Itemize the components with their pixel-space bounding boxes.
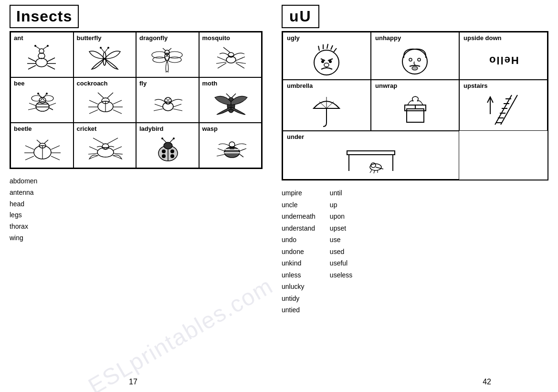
svg-line-128 xyxy=(326,102,334,108)
svg-point-110 xyxy=(314,50,339,75)
svg-line-3 xyxy=(28,58,36,62)
insect-dragonfly-img xyxy=(139,42,196,75)
uu-ugly-img xyxy=(287,42,367,77)
uu-word-useless: useless xyxy=(330,269,352,281)
dragonfly-icon xyxy=(147,44,188,73)
insect-cockroach-img xyxy=(77,88,133,120)
insects-panel: Insects ant xyxy=(10,5,263,387)
svg-line-98 xyxy=(170,139,173,142)
uu-word-underneath: underneath xyxy=(282,211,316,222)
svg-line-109 xyxy=(239,148,246,151)
vocab-item-thorax: thorax xyxy=(10,221,263,233)
svg-point-122 xyxy=(409,58,412,61)
insect-fly: fly xyxy=(136,77,199,123)
ladybird-icon xyxy=(147,135,188,164)
uu-word-undo: undo xyxy=(282,234,316,246)
uu-under-label: under xyxy=(287,133,455,140)
uu-unwrap-label: unwrap xyxy=(375,82,455,89)
insect-bee: bee xyxy=(11,77,74,123)
svg-point-16 xyxy=(100,47,102,49)
uu-upside-down: upside down Hello xyxy=(459,32,547,80)
insect-cockroach: cockroach xyxy=(74,77,137,123)
insect-beetle-label: beetle xyxy=(14,125,70,132)
insect-bee-img xyxy=(14,88,70,120)
svg-line-111 xyxy=(318,46,319,51)
svg-point-61 xyxy=(165,97,171,104)
uu-word-untidy: untidy xyxy=(282,293,316,305)
umbrella-icon xyxy=(309,90,345,128)
svg-line-85 xyxy=(88,153,98,154)
svg-point-95 xyxy=(170,154,174,158)
insect-wasp: wasp xyxy=(199,123,262,168)
insect-butterfly-label: butterfly xyxy=(77,34,133,42)
svg-point-63 xyxy=(168,99,171,102)
uu-upstairs: upstairs xyxy=(459,80,547,131)
svg-line-65 xyxy=(154,109,163,111)
uu-word-unkind: unkind xyxy=(282,257,316,269)
svg-point-124 xyxy=(412,66,418,70)
svg-line-115 xyxy=(334,48,337,52)
insect-moth-label: moth xyxy=(202,80,259,87)
svg-line-30 xyxy=(216,62,226,64)
uu-word-upon: upon xyxy=(330,211,352,222)
svg-line-8 xyxy=(47,65,55,69)
insect-dragonfly-label: dragonfly xyxy=(139,34,196,42)
uu-word-until: until xyxy=(330,187,352,199)
uu-word-untied: untied xyxy=(282,304,316,316)
uu-unwrap-img xyxy=(375,90,455,128)
insect-ant-img xyxy=(14,42,70,75)
svg-line-28 xyxy=(223,47,230,53)
uu-word-umpire: umpire xyxy=(282,187,316,199)
svg-point-17 xyxy=(107,47,109,49)
insect-wasp-label: wasp xyxy=(202,125,259,132)
insect-fly-label: fly xyxy=(139,80,196,87)
svg-point-123 xyxy=(418,58,421,61)
svg-line-24 xyxy=(163,48,166,51)
fly-icon xyxy=(147,90,188,118)
svg-point-21 xyxy=(153,57,166,63)
svg-line-10 xyxy=(43,46,47,49)
upside-down-text-icon: Hello xyxy=(488,54,519,66)
svg-line-80 xyxy=(37,140,41,143)
svg-line-59 xyxy=(107,93,113,98)
unhappy-face-icon xyxy=(397,43,433,77)
svg-line-150 xyxy=(374,170,375,173)
insect-mosquito: mosquito xyxy=(199,32,262,77)
page-number-left: 17 xyxy=(129,378,137,386)
insect-butterfly: butterfly xyxy=(74,32,137,77)
svg-line-114 xyxy=(331,45,333,50)
insect-beetle: beetle xyxy=(11,123,74,168)
uu-under: under xyxy=(283,131,459,180)
svg-line-79 xyxy=(51,156,60,160)
svg-point-22 xyxy=(168,57,181,63)
svg-point-92 xyxy=(162,149,166,153)
svg-line-31 xyxy=(218,63,226,68)
insect-cricket-label: cricket xyxy=(77,125,133,132)
svg-line-34 xyxy=(236,63,244,68)
uu-word-useful: useful xyxy=(330,257,352,269)
svg-line-54 xyxy=(89,110,98,114)
insect-ant-label: ant xyxy=(14,34,70,42)
svg-line-52 xyxy=(89,100,98,104)
bee-icon xyxy=(21,90,62,118)
svg-point-120 xyxy=(324,63,329,67)
svg-line-74 xyxy=(25,146,34,149)
svg-line-86 xyxy=(113,147,122,150)
uu-word-unless: unless xyxy=(282,269,316,281)
uu-panel: uU ugly xyxy=(282,5,548,387)
cockroach-icon xyxy=(84,90,125,118)
page-number-right: 42 xyxy=(483,378,491,386)
uu-grid: ugly xyxy=(282,31,548,180)
svg-point-93 xyxy=(170,149,174,153)
insect-cockroach-label: cockroach xyxy=(77,80,133,87)
svg-line-87 xyxy=(113,153,123,154)
svg-line-69 xyxy=(226,94,230,97)
svg-line-108 xyxy=(217,154,225,156)
uu-word-undone: undone xyxy=(282,246,316,258)
ugly-face-icon xyxy=(309,43,345,77)
vocab-list: abdomen antenna head legs thorax wing xyxy=(10,176,263,244)
svg-point-48 xyxy=(46,93,48,95)
svg-rect-143 xyxy=(347,151,395,155)
svg-line-64 xyxy=(155,104,163,107)
svg-line-106 xyxy=(240,154,243,157)
